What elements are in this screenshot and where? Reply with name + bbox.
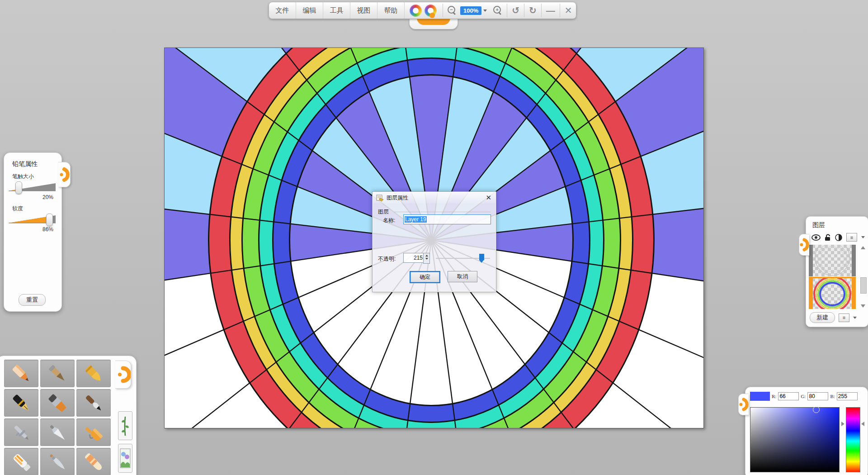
orange-grip-icon: [115, 361, 131, 388]
softness-slider-thumb[interactable]: [46, 214, 53, 226]
layer-item-rainbow[interactable]: [809, 277, 856, 309]
green-input[interactable]: [807, 392, 828, 400]
tool-pencil[interactable]: [4, 360, 38, 387]
quill-knife-icon: [44, 451, 71, 473]
close-button[interactable]: ✕: [561, 2, 576, 19]
layers-list: [809, 245, 858, 309]
red-label: R:: [772, 394, 776, 399]
layers-scrollbar[interactable]: [860, 245, 866, 309]
brush-size-label: 笔触大小: [12, 173, 61, 180]
hamburger-icon: ≡: [850, 235, 853, 240]
undo-button[interactable]: ↺: [508, 2, 523, 19]
rainbow-thumbnail: [809, 278, 856, 309]
layer-name-input[interactable]: Layer 19: [403, 214, 491, 224]
clown-eye-left-icon[interactable]: [405, 2, 442, 19]
blue-input[interactable]: [837, 392, 858, 400]
scroll-up-icon[interactable]: [861, 246, 865, 249]
dialog-close-icon[interactable]: ✕: [486, 194, 491, 202]
tool-fountain-pen[interactable]: [4, 389, 38, 417]
opacity-label: 不透明:: [378, 255, 396, 263]
layer-lock-icon[interactable]: [825, 234, 831, 241]
scroll-down-icon[interactable]: [861, 304, 865, 308]
tool-paint-jar[interactable]: [4, 448, 38, 475]
tool-eraser[interactable]: [76, 448, 111, 475]
layers-panel-handle[interactable]: [799, 234, 809, 256]
tool-palette-knife[interactable]: [40, 418, 75, 446]
brush-size-slider[interactable]: [8, 181, 57, 193]
tool-flat-brush[interactable]: [40, 389, 75, 417]
reset-button[interactable]: 重置: [19, 294, 46, 306]
layer-item-sketch[interactable]: [809, 245, 856, 276]
tool-grid: [4, 360, 111, 475]
zoom-out-button[interactable]: −: [444, 2, 460, 19]
orange-grip-icon: [58, 162, 70, 187]
orange-grip-icon: [799, 234, 809, 255]
menu-edit[interactable]: 编辑: [296, 2, 323, 19]
dialog-titlebar[interactable]: 图层属性 ✕: [373, 192, 496, 204]
red-input[interactable]: [778, 392, 799, 400]
charcoal-icon: [44, 362, 71, 385]
cancel-button[interactable]: 取消: [448, 271, 477, 282]
nature-brushes-tab[interactable]: [118, 411, 132, 440]
zoom-in-button[interactable]: +: [490, 2, 506, 19]
menu-tools[interactable]: 工具: [323, 2, 350, 19]
pencil-panel-handle[interactable]: [58, 162, 71, 187]
blue-label: B:: [830, 394, 835, 399]
layers-bottom-caret-icon[interactable]: [853, 317, 857, 319]
hue-marker-left-icon[interactable]: [841, 422, 844, 426]
brush-size-value: 20%: [4, 194, 53, 200]
palette-knife-icon: [44, 421, 71, 444]
clown-nose-icon: [429, 13, 435, 18]
softness-slider[interactable]: [8, 214, 57, 225]
zoom-level-indicator[interactable]: 100%: [460, 6, 481, 15]
layer-properties-icon: [376, 195, 384, 201]
spin-down-icon[interactable]: [425, 258, 428, 260]
crayon-icon: [80, 362, 107, 385]
redo-button[interactable]: ↻: [525, 2, 540, 19]
brush-size-slider-thumb[interactable]: [15, 181, 22, 194]
tool-crayon[interactable]: [76, 360, 111, 387]
toolbar-separator: [524, 4, 524, 17]
hue-strip[interactable]: [846, 407, 860, 472]
ok-button[interactable]: 确定: [410, 271, 440, 283]
opacity-spinbox[interactable]: 215: [403, 253, 424, 263]
scrollbar-thumb[interactable]: [860, 277, 867, 294]
green-label: G:: [801, 394, 806, 399]
menu-help[interactable]: 帮助: [377, 2, 405, 19]
stamps-tab[interactable]: [118, 444, 132, 473]
menu-file[interactable]: 文件: [269, 2, 296, 19]
opacity-slider-thumb[interactable]: [479, 254, 484, 260]
saturation-value-square[interactable]: [750, 407, 840, 472]
sv-cursor-icon[interactable]: [813, 406, 820, 413]
layers-bottom-menu-button[interactable]: ≡: [839, 314, 849, 322]
opacity-spinner-buttons[interactable]: [423, 253, 430, 264]
zoom-dropdown-caret-icon[interactable]: [483, 10, 487, 12]
tool-palette-side-strip: [116, 358, 134, 473]
tool-charcoal[interactable]: [40, 360, 75, 387]
tool-quill-knife[interactable]: [40, 448, 75, 475]
tool-ink-brush[interactable]: [76, 389, 111, 417]
tool-palette-handle[interactable]: [115, 361, 131, 389]
new-layer-button[interactable]: 新建: [810, 312, 835, 323]
layer-opacity-icon[interactable]: [835, 234, 842, 241]
tool-airbrush[interactable]: [4, 418, 38, 446]
close-icon: ✕: [565, 5, 572, 16]
color-picker-handle[interactable]: [738, 394, 749, 415]
hue-marker-right-icon[interactable]: [861, 422, 864, 426]
minimize-button[interactable]: —: [542, 2, 559, 19]
sketch-thumbnail: [809, 245, 856, 276]
layer-visibility-eye-icon[interactable]: [811, 234, 821, 241]
tool-paint-roller[interactable]: [76, 418, 111, 446]
spin-up-icon[interactable]: [425, 255, 428, 256]
layer-menu-caret-icon[interactable]: [861, 236, 865, 238]
group-separator: [394, 212, 491, 212]
menu-view[interactable]: 视图: [350, 2, 377, 19]
layer-menu-button[interactable]: ≡: [846, 233, 857, 242]
airbrush-icon: [8, 421, 34, 444]
picture-stamp-icon: [120, 446, 131, 470]
paint-roller-icon: [80, 421, 107, 444]
toolbar-separator: [507, 4, 507, 17]
zoom-in-icon: +: [493, 6, 502, 15]
current-color-swatch: [750, 392, 770, 401]
opacity-slider-track[interactable]: [436, 258, 490, 259]
